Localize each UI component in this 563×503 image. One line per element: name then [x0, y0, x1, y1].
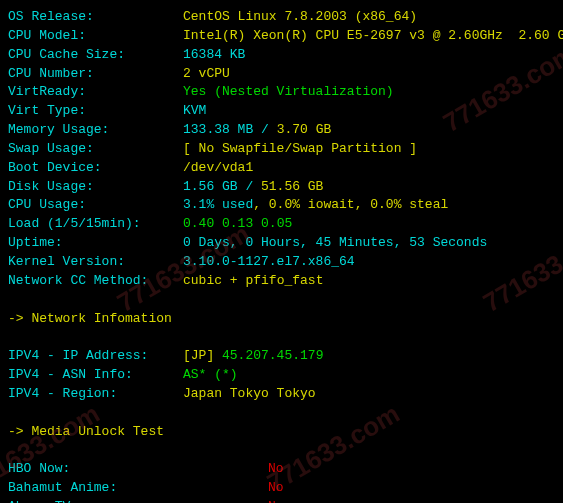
label: HBO Now:	[8, 460, 268, 479]
value: CentOS Linux 7.8.2003 (x86_64)	[183, 8, 417, 27]
label: Swap Usage:	[8, 140, 183, 159]
value: AS* (*)	[183, 366, 238, 385]
cc: cubic	[183, 272, 222, 291]
row-ipv4-region: IPV4 - Region:Japan Tokyo Tokyo	[8, 385, 555, 404]
label: Bahamut Anime:	[8, 479, 268, 498]
network-header: -> Network Infomation	[8, 310, 555, 329]
blank-line	[8, 328, 555, 347]
row-kernel: Kernel Version:3.10.0-1127.el7.x86_64	[8, 253, 555, 272]
value: Yes (Nested Virtualization)	[183, 83, 394, 102]
value: No	[268, 498, 284, 503]
row-ipv4-asn: IPV4 - ASN Info:AS* (*)	[8, 366, 555, 385]
value: 3.10.0-1127.el7.x86_64	[183, 253, 355, 272]
total: 3.70 GB	[277, 121, 332, 140]
row-disk: Disk Usage:1.56 GB / 51.56 GB	[8, 178, 555, 197]
region-tag: [JP]	[183, 347, 222, 366]
row-virt-type: Virt Type:KVM	[8, 102, 555, 121]
row-boot-device: Boot Device:/dev/vda1	[8, 159, 555, 178]
row-virtready: VirtReady:Yes (Nested Virtualization)	[8, 83, 555, 102]
value: Japan Tokyo Tokyo	[183, 385, 316, 404]
value: 16384 KB	[183, 46, 245, 65]
label: Disk Usage:	[8, 178, 183, 197]
blank-line	[8, 404, 555, 423]
system-info-block: OS Release:CentOS Linux 7.8.2003 (x86_64…	[8, 8, 555, 291]
label: CPU Cache Size:	[8, 46, 183, 65]
media-header: -> Media Unlock Test	[8, 423, 555, 442]
label: Network CC Method:	[8, 272, 183, 291]
row-uptime: Uptime:0 Days, 0 Hours, 45 Minutes, 53 S…	[8, 234, 555, 253]
blank-line	[8, 291, 555, 310]
value: No	[268, 479, 284, 498]
used: 133.38 MB	[183, 121, 253, 140]
plus: +	[222, 272, 245, 291]
row-cpu-number: CPU Number:2 vCPU	[8, 65, 555, 84]
row-netcc: Network CC Method:cubic + pfifo_fast	[8, 272, 555, 291]
total: 51.56 GB	[261, 178, 323, 197]
rest: , 0.0% iowait, 0.0% steal	[253, 196, 448, 215]
label: CPU Usage:	[8, 196, 183, 215]
value: KVM	[183, 102, 206, 121]
row-hbo-now: HBO Now:No	[8, 460, 555, 479]
value: /dev/vda1	[183, 159, 253, 178]
row-abema: Abema.TV:No	[8, 498, 555, 503]
load-5: 0.13	[222, 215, 261, 234]
qdisc: pfifo_fast	[245, 272, 323, 291]
network-info-block: IPV4 - IP Address:[JP] 45.207.45.179 IPV…	[8, 347, 555, 404]
value: 0 Days, 0 Hours, 45 Minutes, 53 Seconds	[183, 234, 487, 253]
media-unlock-block: HBO Now:No Bahamut Anime:No Abema.TV:No …	[8, 460, 555, 503]
row-ipv4-ip: IPV4 - IP Address:[JP] 45.207.45.179	[8, 347, 555, 366]
label: Boot Device:	[8, 159, 183, 178]
label: CPU Model:	[8, 27, 183, 46]
label: Load (1/5/15min):	[8, 215, 183, 234]
used: 1.56 GB	[183, 178, 238, 197]
row-cpu-model: CPU Model:Intel(R) Xeon(R) CPU E5-2697 v…	[8, 27, 555, 46]
sep: /	[238, 178, 261, 197]
ip-value: 45.207.45.179	[222, 347, 323, 366]
used: 3.1% used	[183, 196, 253, 215]
label: IPV4 - Region:	[8, 385, 183, 404]
label: VirtReady:	[8, 83, 183, 102]
row-os-release: OS Release:CentOS Linux 7.8.2003 (x86_64…	[8, 8, 555, 27]
value: No	[268, 460, 284, 479]
row-swap: Swap Usage:[ No Swapfile/Swap Partition …	[8, 140, 555, 159]
label: CPU Number:	[8, 65, 183, 84]
row-cpu-usage: CPU Usage:3.1% used, 0.0% iowait, 0.0% s…	[8, 196, 555, 215]
label: Kernel Version:	[8, 253, 183, 272]
row-load: Load (1/5/15min):0.40 0.13 0.05	[8, 215, 555, 234]
row-memory: Memory Usage:133.38 MB / 3.70 GB	[8, 121, 555, 140]
label: IPV4 - IP Address:	[8, 347, 183, 366]
label: IPV4 - ASN Info:	[8, 366, 183, 385]
label: Memory Usage:	[8, 121, 183, 140]
value: 2 vCPU	[183, 65, 230, 84]
value: Intel(R) Xeon(R) CPU E5-2697 v3 @ 2.60GH…	[183, 27, 563, 46]
label: Uptime:	[8, 234, 183, 253]
row-bahamut: Bahamut Anime:No	[8, 479, 555, 498]
load-1: 0.40	[183, 215, 222, 234]
sep: /	[253, 121, 276, 140]
label: OS Release:	[8, 8, 183, 27]
label: Abema.TV:	[8, 498, 268, 503]
blank-line	[8, 441, 555, 460]
load-15: 0.05	[261, 215, 292, 234]
label: Virt Type:	[8, 102, 183, 121]
value: [ No Swapfile/Swap Partition ]	[183, 140, 417, 159]
row-cpu-cache: CPU Cache Size:16384 KB	[8, 46, 555, 65]
